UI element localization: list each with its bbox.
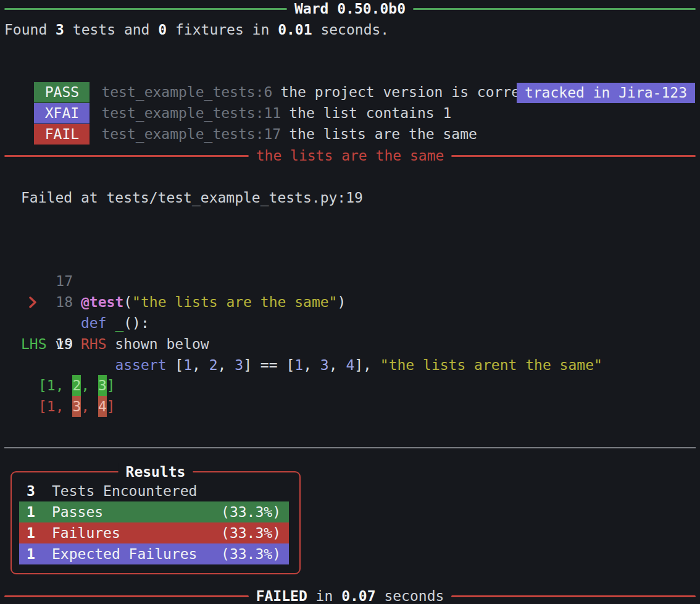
row-count: 1 <box>27 543 52 564</box>
failure-title: the lists are the same <box>256 147 444 164</box>
footer-status: FAILED in 0.07 seconds <box>256 587 444 604</box>
results-row-expected-failures: 1Expected Failures(33.3%) <box>19 543 289 564</box>
results-title: Results <box>119 463 193 481</box>
comparison-heading: LHS vs RHS shown below <box>4 333 696 354</box>
fail-pointer-icon <box>28 296 38 308</box>
row-percent: (33.3%) <box>221 501 281 522</box>
row-label: Passes <box>52 501 103 522</box>
row-label: Failures <box>52 522 120 543</box>
test-result-row-fail: FAILtest_example_tests:17the lists are t… <box>0 104 700 124</box>
header-rule-line-right <box>413 8 696 10</box>
test-description: the lists are the same <box>289 126 477 142</box>
row-percent: (33.3%) <box>221 543 281 564</box>
row-label: Expected Failures <box>52 543 197 564</box>
test-module: test_example_tests:17 <box>101 126 281 142</box>
test-result-row-xfail: XFAItest_example_tests:11the list contai… <box>0 83 700 103</box>
header-rule-line-left <box>4 8 287 10</box>
status-badge-fail: FAIL <box>34 124 90 145</box>
code-line-18: 18 def _(): <box>0 271 700 292</box>
footer-rule-line-left <box>4 595 249 597</box>
row-count: 1 <box>27 522 52 543</box>
header-rule: Ward 0.50.0b0 <box>4 0 696 17</box>
section-divider <box>4 447 696 448</box>
failure-rule-line-right <box>451 155 696 157</box>
results-row-failures: 1Failures(33.3%) <box>19 522 289 543</box>
failure-divider: the lists are the same <box>4 145 696 166</box>
test-result-row-pass: PASStest_example_tests:6the project vers… <box>0 62 700 82</box>
row-percent: (33.3%) <box>221 522 281 543</box>
results-row-total: 3Tests Encountered <box>19 480 289 501</box>
results-panel: Results 3Tests Encountered 1Passes(33.3%… <box>10 471 301 574</box>
footer-rule-line-right <box>451 595 696 597</box>
diff-lhs-line: [1, 2, 3] <box>38 375 115 396</box>
discovery-summary: Found 3 tests and 0 fixtures in 0.01 sec… <box>4 19 696 40</box>
code-line-19: 19 assert [1, 2, 3] == [1, 3, 4], "the l… <box>0 292 700 312</box>
row-count: 3 <box>27 480 52 501</box>
code-tokens: def _(): <box>81 312 149 333</box>
app-title: Ward 0.50.0b0 <box>294 0 406 17</box>
row-count: 1 <box>27 501 52 522</box>
failure-location: Failed at tests/test_example_tests.py:19 <box>4 187 696 208</box>
xfail-tracking-tag: tracked in Jira-123 <box>517 83 695 103</box>
code-line-17: 17 @test("the lists are the same") <box>0 250 700 271</box>
diff-rhs-line: [1, 3, 4] <box>38 396 115 417</box>
code-tokens: assert [1, 2, 3] == [1, 3, 4], "the list… <box>81 354 602 375</box>
row-label: Tests Encountered <box>52 480 197 501</box>
terminal-screen: Ward 0.50.0b0 Found 3 tests and 0 fixtur… <box>0 0 700 604</box>
results-row-passes: 1Passes(33.3%) <box>19 501 289 522</box>
footer-rule: FAILED in 0.07 seconds <box>4 585 696 604</box>
failure-rule-line-left <box>4 155 249 157</box>
